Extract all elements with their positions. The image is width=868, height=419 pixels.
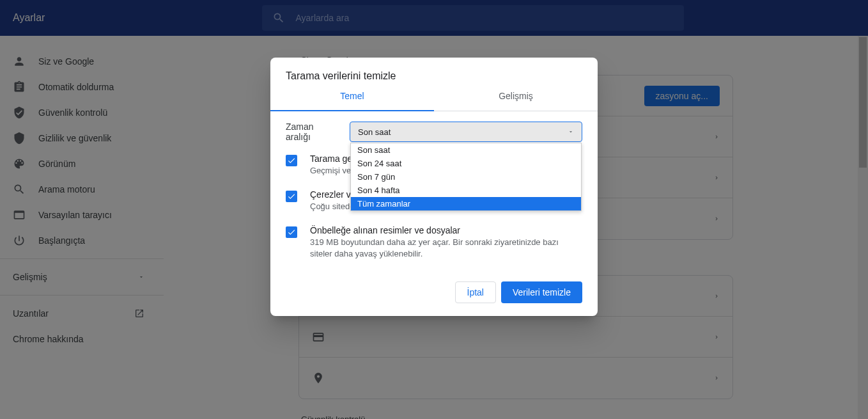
time-range-label: Zaman aralığı	[286, 122, 339, 142]
dropdown-option[interactable]: Son 24 saat	[351, 157, 581, 170]
clear-browsing-data-dialog: Tarama verilerini temizle Temel Gelişmiş…	[270, 58, 598, 316]
dropdown-option[interactable]: Son 4 hafta	[351, 184, 581, 197]
checkbox-checked[interactable]	[286, 155, 297, 166]
dialog-title: Tarama verilerini temizle	[270, 58, 598, 82]
tab-basic[interactable]: Temel	[270, 82, 434, 111]
dialog-tabs: Temel Gelişmiş	[270, 82, 598, 111]
dropdown-option[interactable]: Son 7 gün	[351, 170, 581, 184]
modal-overlay: Tarama verilerini temizle Temel Gelişmiş…	[0, 0, 868, 419]
time-range-select[interactable]: Son saat Son saat Son 24 saat Son 7 gün …	[350, 122, 582, 142]
check-row-cache[interactable]: Önbelleğe alınan resimler ve dosyalar319…	[286, 219, 582, 266]
cancel-button[interactable]: İptal	[455, 281, 496, 303]
dropdown-option[interactable]: Son saat	[351, 143, 581, 157]
tab-advanced[interactable]: Gelişmiş	[434, 82, 598, 111]
checkbox-checked[interactable]	[286, 191, 297, 202]
dropdown-option-selected[interactable]: Tüm zamanlar	[351, 197, 581, 210]
checkbox-checked[interactable]	[286, 226, 297, 238]
clear-data-button[interactable]: Verileri temizle	[501, 281, 582, 303]
time-range-dropdown: Son saat Son 24 saat Son 7 gün Son 4 haf…	[350, 143, 582, 211]
chevron-down-icon	[568, 129, 574, 135]
